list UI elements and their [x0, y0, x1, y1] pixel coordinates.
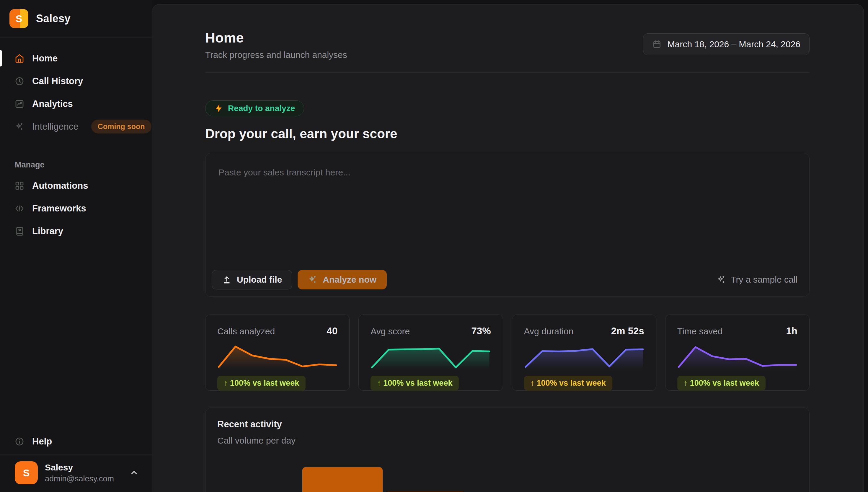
- stat-card-time-saved: Time saved 1h ↑ 100% vs last week: [665, 315, 810, 391]
- bar-chart: [219, 458, 797, 492]
- stat-label: Time saved: [677, 326, 723, 336]
- stat-label: Avg duration: [524, 326, 573, 336]
- dropzone-footer: Upload file Analyze now Try a sample cal…: [212, 270, 797, 289]
- stat-value: 1h: [786, 325, 797, 337]
- chevron-up-icon[interactable]: [129, 468, 139, 477]
- grid-icon: [15, 181, 24, 191]
- coming-soon-badge: Coming soon: [91, 120, 151, 133]
- stat-value: 73%: [471, 325, 491, 337]
- user-menu[interactable]: S Salesy admin@salesy.com: [0, 455, 152, 492]
- main-panel: Home Track progress and launch analyses …: [152, 4, 864, 492]
- sparkline-chart: [371, 343, 491, 371]
- avatar: S: [15, 461, 38, 484]
- sparkline-chart: [217, 343, 337, 371]
- page-header: Home Track progress and launch analyses …: [205, 30, 810, 60]
- sparkles-icon: [308, 275, 317, 285]
- analyze-now-label: Analyze now: [323, 275, 377, 285]
- stats-row: Calls analyzed 40 ↑ 100% vs last week Av…: [205, 315, 810, 391]
- app-logo: S: [9, 9, 28, 28]
- primary-nav: Home Call History Analytics Intelligence…: [0, 38, 152, 243]
- stat-card-avg-duration: Avg duration 2m 52s ↑ 100% vs last week: [512, 315, 656, 391]
- user-name: Salesy: [45, 463, 114, 472]
- upload-file-label: Upload file: [237, 275, 282, 285]
- clock-icon: [15, 76, 24, 86]
- bolt-icon: [214, 104, 223, 113]
- transcript-dropzone: Upload file Analyze now Try a sample cal…: [205, 153, 810, 297]
- avatar-initial: S: [23, 467, 30, 479]
- sparkles-icon: [15, 122, 24, 131]
- upload-icon: [222, 275, 231, 285]
- sidebar: S Salesy Home Call History Analytics: [0, 0, 152, 492]
- delta-badge: ↑ 100% vs last week: [677, 376, 766, 391]
- stat-label: Avg score: [371, 326, 410, 336]
- sidebar-item-call-history[interactable]: Call History: [0, 70, 152, 93]
- recent-activity-title: Recent activity: [217, 419, 797, 430]
- book-icon: [15, 226, 24, 236]
- sidebar-footer: Help S Salesy admin@salesy.com: [0, 432, 152, 492]
- user-email: admin@salesy.com: [45, 474, 114, 484]
- sidebar-item-home[interactable]: Home: [0, 47, 152, 70]
- sidebar-item-analytics[interactable]: Analytics: [0, 93, 152, 115]
- stat-value: 40: [327, 325, 338, 337]
- delta-badge: ↑ 100% vs last week: [217, 376, 306, 391]
- app-title: Salesy: [36, 13, 71, 25]
- sidebar-item-intelligence[interactable]: Intelligence Coming soon: [0, 115, 152, 138]
- stat-value: 2m 52s: [611, 325, 644, 337]
- hero-heading: Drop your call, earn your score: [205, 126, 810, 141]
- transcript-input[interactable]: [205, 153, 809, 261]
- sidebar-item-frameworks[interactable]: Frameworks: [0, 197, 152, 220]
- delta-badge: ↑ 100% vs last week: [524, 376, 612, 391]
- date-range-picker[interactable]: March 18, 2026 – March 24, 2026: [643, 33, 810, 55]
- status-badge-label: Ready to analyze: [228, 104, 295, 113]
- analyze-now-button[interactable]: Analyze now: [298, 270, 387, 289]
- sidebar-item-label: Help: [32, 436, 52, 447]
- sidebar-item-library[interactable]: Library: [0, 220, 152, 243]
- sidebar-item-label: Analytics: [32, 99, 73, 109]
- sidebar-item-label: Library: [32, 226, 63, 237]
- sidebar-item-label: Frameworks: [32, 203, 86, 214]
- home-icon: [15, 54, 24, 63]
- status-badge: Ready to analyze: [205, 100, 304, 116]
- info-icon: [15, 437, 24, 446]
- logo-initial: S: [16, 13, 22, 25]
- upload-file-button[interactable]: Upload file: [212, 270, 292, 289]
- recent-activity-subtitle: Call volume per day: [217, 436, 797, 446]
- user-info: Salesy admin@salesy.com: [45, 463, 114, 484]
- sidebar-item-help[interactable]: Help: [0, 432, 152, 454]
- try-sample-call-link[interactable]: Try a sample call: [717, 275, 797, 285]
- stat-card-avg-score: Avg score 73% ↑ 100% vs last week: [358, 315, 503, 391]
- delta-badge: ↑ 100% vs last week: [371, 376, 459, 391]
- sidebar-item-label: Automations: [32, 180, 88, 191]
- sidebar-item-label: Intelligence: [32, 121, 79, 132]
- date-range-label: March 18, 2026 – March 24, 2026: [667, 39, 800, 49]
- try-sample-call-label: Try a sample call: [731, 275, 797, 285]
- sidebar-item-label: Home: [32, 53, 57, 64]
- code-icon: [15, 204, 24, 213]
- volume-bar: [302, 467, 383, 492]
- sparkline-chart: [677, 343, 797, 371]
- stat-card-calls-analyzed: Calls analyzed 40 ↑ 100% vs last week: [205, 315, 350, 391]
- line-chart-icon: [15, 99, 24, 109]
- brand-row: S Salesy: [0, 0, 152, 38]
- sidebar-item-label: Call History: [32, 76, 83, 87]
- sparkline-chart: [524, 343, 644, 371]
- calendar-icon: [652, 40, 662, 49]
- stat-label: Calls analyzed: [217, 326, 275, 336]
- sidebar-item-automations[interactable]: Automations: [0, 174, 152, 197]
- manage-section-label: Manage: [15, 161, 152, 170]
- recent-activity-card: Recent activity Call volume per day: [205, 408, 810, 492]
- active-indicator: [0, 50, 2, 67]
- sparkles-icon: [717, 275, 726, 285]
